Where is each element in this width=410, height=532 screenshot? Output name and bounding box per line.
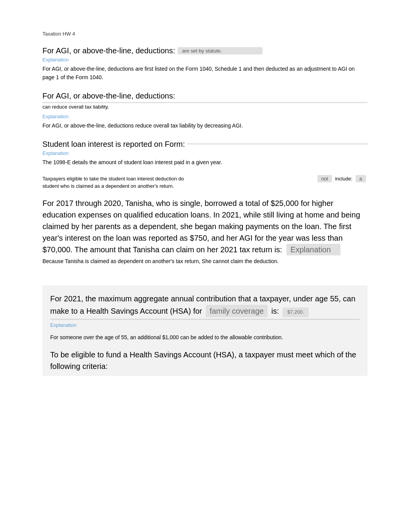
q1-question: For AGI, or above-the-line, deductions: … (42, 45, 368, 63)
section-q1: For AGI, or above-the-line, deductions: … (42, 45, 368, 82)
q6-answer: $7,200. (283, 308, 308, 317)
q1-answer: are set by statute. (178, 47, 263, 54)
q6-question: For 2021, the maximum aggregate annual c… (50, 292, 360, 328)
q5-paragraph: For 2017 through 2020, Tanisha, who is s… (42, 197, 368, 255)
q1-explanation-link[interactable]: Explanation (42, 57, 69, 63)
q1-explanation-text: For AGI, or above-the-line, deductions a… (42, 65, 368, 82)
q6-explanation-link[interactable]: Explanation (50, 322, 76, 328)
q2-explanation-text: For AGI, or above-the-line, deductions r… (42, 121, 368, 130)
q2-subtext: can reduce overall tax liability. (42, 104, 109, 110)
page-title: Taxation HW 4 (42, 31, 368, 37)
q4-not: not (317, 175, 332, 182)
q3-explanation-text: The 1098-E details the amount of student… (42, 158, 368, 167)
q3-question-text: Student loan interest is reported on For… (42, 139, 185, 150)
q2-question: For AGI, or above-the-line, deductions: … (42, 90, 368, 120)
q4-answer: a (356, 175, 366, 182)
q6-is-label: is: (271, 307, 279, 315)
q2-question-text: For AGI, or above-the-line, deductions: (42, 92, 175, 100)
q4-include: include: (335, 176, 352, 182)
q6-explanation-area: For someone over the age of 55, an addit… (50, 333, 360, 372)
section-q5: For 2017 through 2020, Tanisha, who is s… (42, 197, 368, 265)
q3-question: Student loan interest is reported on For… (42, 139, 368, 156)
q5-explanation-text: Because Tanisha is claimed as dependent … (42, 257, 368, 265)
q4-question: Taxpayers eligible to take the student l… (42, 175, 368, 189)
q2-explanation-link[interactable]: Explanation (42, 114, 69, 119)
section-q2: For AGI, or above-the-line, deductions: … (42, 90, 368, 130)
q6-explanation-text2: To be eligible to fund a Health Savings … (50, 349, 360, 372)
q6-coverage: family coverage (206, 305, 268, 317)
q4-part1: Taxpayers eligible to take the student l… (42, 176, 184, 182)
q6-explanation-text1: For someone over the age of 55, an addit… (50, 333, 360, 342)
section-q4: Taxpayers eligible to take the student l… (42, 175, 368, 189)
q3-explanation-link[interactable]: Explanation (42, 150, 69, 156)
q1-question-text: For AGI, or above-the-line, deductions: (42, 45, 175, 56)
q4-subtext: student who is claimed as a dependent on… (42, 183, 174, 189)
q5-explanation-link-inline[interactable]: Explanation (286, 244, 341, 255)
q6-text: For 2021, the maximum aggregate annual c… (50, 292, 360, 317)
section-q6: For 2021, the maximum aggregate annual c… (42, 286, 368, 376)
q5-question: For 2017 through 2020, Tanisha, who is s… (42, 197, 368, 255)
section-q3: Student loan interest is reported on For… (42, 139, 368, 167)
